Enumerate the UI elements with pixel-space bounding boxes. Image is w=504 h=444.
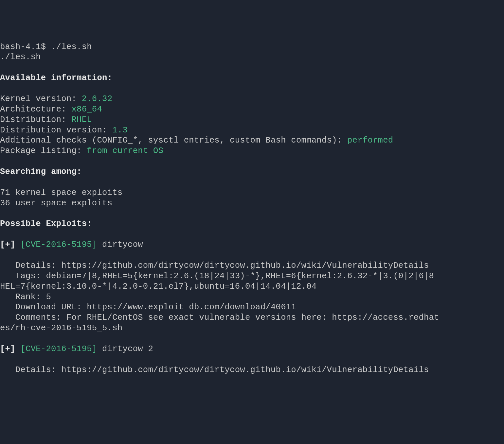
section-header-possible: Possible Exploits: (0, 219, 92, 229)
exploit-name: dirtycow 2 (97, 344, 153, 354)
terminal-output: bash-4.1$ ./les.sh ./les.sh Available in… (0, 42, 504, 375)
architecture-value: x86_64 (71, 105, 102, 114)
exploit-rank: Rank: 5 (0, 292, 51, 302)
exploit-comments-line2: es/rh-cve-2016-5195_5.sh (0, 323, 122, 333)
exploit-comments-line1: Comments: For RHEL/CentOS see exact vuln… (0, 313, 439, 322)
section-header-searching: Searching among: (0, 167, 82, 177)
kernel-version-value: 2.6.32 (82, 94, 113, 104)
kernel-exploits-count: 71 kernel space exploits (0, 188, 122, 197)
distribution-version-label: Distribution version: (0, 126, 112, 135)
kernel-version-label: Kernel version: (0, 94, 82, 104)
section-header-available: Available information: (0, 73, 112, 83)
exploit-tags-line1: Tags: debian=7|8,RHEL=5{kernel:2.6.(18|2… (0, 271, 434, 281)
exploit-download-url: Download URL: https://www.exploit-db.com… (0, 302, 296, 312)
user-exploits-count: 36 user space exploits (0, 198, 112, 208)
exploit-details: Details: https://github.com/dirtycow/dir… (0, 365, 429, 375)
exploit-marker: [+] (0, 240, 20, 249)
package-listing-value: from current OS (87, 146, 163, 156)
exploit-tags-line2: HEL=7{kernel:3.10.0-*|4.2.0-0.21.el7},ub… (0, 282, 316, 291)
exploit-marker: [+] (0, 344, 20, 354)
distribution-label: Distribution: (0, 115, 71, 125)
cve-id: [CVE-2016-5195] (20, 344, 97, 354)
distribution-version-value: 1.3 (112, 126, 128, 135)
command-input: ./les.sh (51, 42, 92, 52)
shell-prompt: bash-4.1$ (0, 42, 51, 52)
exploit-name: dirtycow (97, 240, 143, 249)
cve-id: [CVE-2016-5195] (20, 240, 97, 249)
exploit-details: Details: https://github.com/dirtycow/dir… (0, 261, 429, 270)
package-listing-label: Package listing: (0, 146, 87, 156)
additional-checks-label: Additional checks (CONFIG_*, sysctl entr… (0, 136, 347, 145)
distribution-value: RHEL (71, 115, 92, 125)
architecture-label: Architecture: (0, 105, 71, 114)
command-echo: ./les.sh (0, 52, 41, 62)
additional-checks-value: performed (347, 136, 393, 145)
